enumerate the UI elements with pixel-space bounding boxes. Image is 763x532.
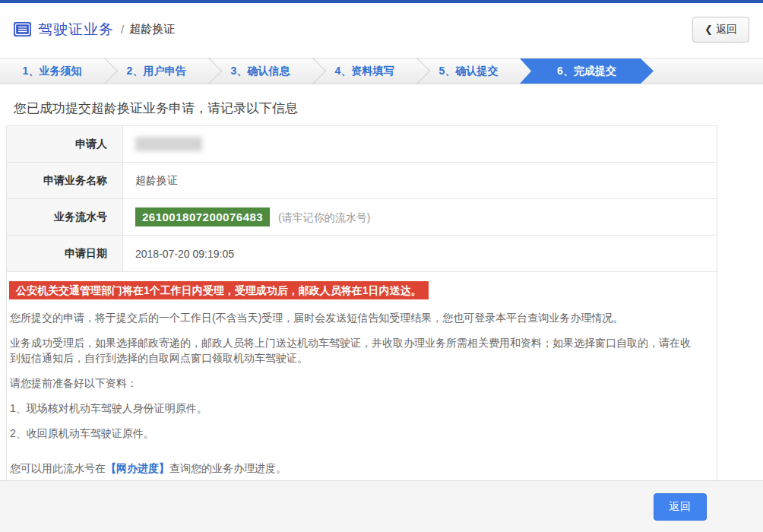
back-button-top-label: 返回 [716, 23, 737, 35]
step-1-label: 1、业务须知 [23, 65, 82, 77]
table-row-application-date: 申请日期 2018-07-20 09:19:05 [7, 236, 717, 272]
application-date-value: 2018-07-20 09:19:05 [123, 236, 717, 272]
application-date-label: 申请日期 [7, 236, 123, 272]
notice-paragraph-1: 您所提交的申请，将于提交后的一个工作日(不含当天)受理，届时会发送短信告知受理结… [10, 310, 698, 325]
progress-query-after: 查询您的业务办理进度。 [169, 462, 287, 474]
step-6-label: 6、完成提交 [557, 65, 616, 77]
step-2-label: 2、用户申告 [127, 65, 186, 77]
step-3-label: 3、确认信息 [231, 65, 290, 77]
applicant-label: 申请人 [7, 126, 123, 163]
success-heading: 您已成功提交超龄换证业务申请，请记录以下信息 [14, 100, 749, 117]
progress-query-line: 您可以用此流水号在【网办进度】查询您的业务办理进度。 [10, 461, 706, 476]
table-row-applicant: 申请人 [7, 126, 717, 163]
license-list-icon [14, 22, 31, 36]
progress-query-before: 您可以用此流水号在 [10, 462, 106, 474]
step-6-complete-submit-active: 6、完成提交 [520, 59, 654, 84]
back-button-top[interactable]: ❮返回 [692, 17, 749, 43]
step-5-label: 5、确认提交 [439, 65, 499, 77]
table-row-serial-number: 业务流水号 261001807200076483 (请牢记你的流水号) [7, 199, 717, 236]
step-2-user-declaration: 2、用户申告 [104, 59, 208, 84]
step-1-business-notice: 1、业务须知 [0, 59, 104, 84]
business-name-label: 申请业务名称 [7, 163, 123, 199]
page-title: 超龄换证 [129, 22, 175, 36]
notice-item-1: 1、现场核对机动车驾驶人身份证明原件。 [10, 401, 706, 416]
business-name-value: 超龄换证 [123, 163, 717, 199]
step-progress-bar: 1、业务须知 2、用户申告 3、确认信息 4、资料填写 5、确认提交 6、完成提… [0, 58, 763, 84]
service-title: 驾驶证业务 [38, 20, 114, 40]
serial-number-badge: 261001807200076483 [135, 207, 270, 226]
breadcrumb: 驾驶证业务 / 超龄换证 [14, 20, 175, 40]
application-info-table: 申请人 申请业务名称 超龄换证 业务流水号 261001807200076483… [6, 125, 717, 272]
processing-alert-banner: 公安机关交通管理部门将在1个工作日内受理，受理成功后，邮政人员将在1日内送达。 [9, 281, 429, 299]
notice-box: 公安机关交通管理部门将在1个工作日内受理，受理成功后，邮政人员将在1日内送达。 … [6, 271, 717, 486]
serial-number-note: (请牢记你的流水号) [278, 211, 370, 223]
notice-item-2: 2、收回原机动车驾驶证原件。 [10, 426, 706, 441]
step-4-fill-materials: 4、资料填写 [312, 59, 416, 84]
notice-paragraph-3: 请您提前准备好以下资料： [10, 375, 706, 391]
back-button-bottom[interactable]: 返回 [654, 493, 707, 521]
table-row-business-name: 申请业务名称 超龄换证 [7, 163, 717, 199]
step-3-confirm-info: 3、确认信息 [208, 59, 312, 84]
serial-number-value: 261001807200076483 (请牢记你的流水号) [123, 199, 717, 236]
notice-paragraph-2: 业务成功受理后，如果选择邮政寄递的，邮政人员将上门送达机动车驾驶证，并收取办理业… [10, 335, 698, 366]
redacted-applicant-name [135, 137, 202, 151]
step-5-confirm-submit: 5、确认提交 [416, 59, 521, 84]
page-footer: 返回 [0, 480, 763, 532]
step-4-label: 4、资料填写 [335, 65, 394, 77]
chevron-left-icon: ❮ [704, 24, 713, 35]
page-header: 驾驶证业务 / 超龄换证 ❮返回 [0, 3, 763, 46]
online-progress-link[interactable]: 【网办进度】 [106, 462, 169, 474]
breadcrumb-separator: / [121, 23, 124, 36]
serial-number-label: 业务流水号 [7, 199, 123, 236]
applicant-value [123, 126, 717, 163]
